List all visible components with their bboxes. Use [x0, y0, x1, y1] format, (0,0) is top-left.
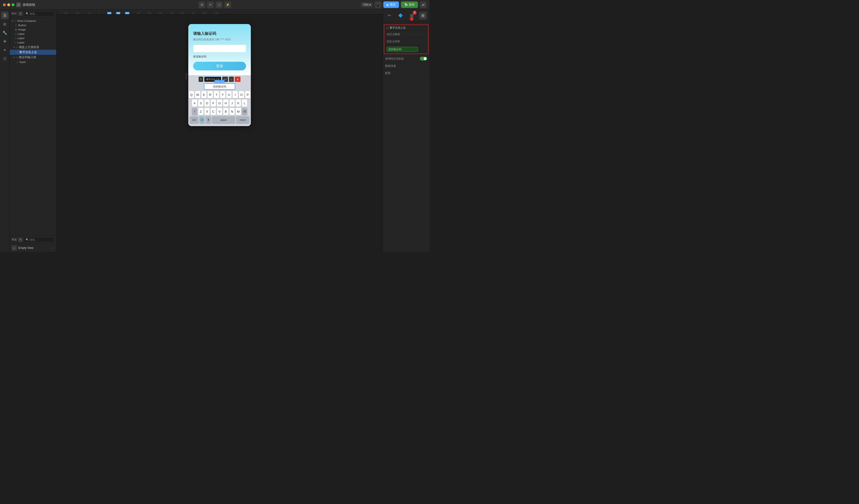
key-space[interactable]: space	[212, 116, 235, 124]
key-u[interactable]: U	[226, 91, 231, 98]
custom-data-row: 自定义数据	[384, 31, 428, 38]
preview-button[interactable]: ▶ 预览	[383, 1, 399, 8]
label3-text: Label	[18, 41, 24, 44]
key-delete[interactable]: ⌫	[242, 108, 247, 115]
shape-icon[interactable]: ⬡	[216, 1, 223, 8]
component-search-input[interactable]	[30, 12, 53, 15]
key-v[interactable]: V	[217, 108, 222, 115]
tree-item-label1[interactable]: □ Label	[10, 32, 56, 36]
component-icon[interactable]: ⊟	[198, 1, 205, 8]
phone-login-button[interactable]: 登录	[193, 62, 246, 70]
ruler-mark: 0	[99, 12, 99, 14]
edit-icon[interactable]: ✏	[207, 1, 214, 8]
label1-text: Label	[18, 32, 24, 35]
key-s[interactable]: S	[198, 99, 204, 107]
use-related-value-toggle[interactable]	[420, 57, 427, 61]
tree-item-keyboard-receiver[interactable]: ▼ □ 键盘上方接收器	[10, 45, 56, 50]
tree-item-root-container[interactable]: ▼ □ Root Container	[10, 19, 56, 23]
key-x[interactable]: X	[205, 108, 210, 115]
tree-item-code-input[interactable]: ▼ □ 验证码输入框	[10, 55, 56, 60]
publish-button[interactable]: 📡 发布	[401, 1, 418, 8]
digit-click-icon: □	[17, 51, 18, 53]
label2-icon: □	[15, 37, 16, 40]
rp-badge-button[interactable]: ⊞ 7 ↓	[408, 12, 416, 19]
tree-item-label2[interactable]: □ Label	[10, 36, 56, 41]
key-d[interactable]: D	[205, 99, 210, 107]
key-e[interactable]: E	[201, 91, 207, 98]
iconbar-components[interactable]: ⊞	[1, 20, 9, 28]
key-n[interactable]: N	[229, 108, 235, 115]
key-o[interactable]: O	[239, 91, 244, 98]
share-button[interactable]: ⇄	[420, 1, 427, 8]
iconbar-assets[interactable]: ❖	[1, 37, 9, 45]
keyboard-row-4: 123 🌐 🎙 space return	[190, 116, 250, 124]
ruler-mark: -300	[64, 12, 67, 14]
tree-item-button[interactable]: ⬡ Button	[10, 23, 56, 27]
key-c[interactable]: C	[211, 108, 216, 115]
key-mic[interactable]: 🎙	[206, 116, 211, 124]
device-toggle[interactable]: 📱	[375, 1, 381, 8]
ruler-mark-100: 100	[107, 12, 111, 14]
key-t[interactable]: T	[214, 91, 219, 98]
home-icon: ⌂	[14, 247, 15, 249]
add-scene-button[interactable]: +	[18, 238, 22, 242]
tree-item-image[interactable]: ⊞ Image	[10, 27, 56, 32]
phone-login-label: 登录	[216, 64, 223, 68]
close-button[interactable]	[3, 3, 6, 6]
custom-value-input[interactable]	[387, 47, 418, 52]
keyboard-input-field[interactable]: 216 × 21 您的验证码	[204, 83, 235, 90]
rp-pen-icon[interactable]: ✏	[386, 12, 393, 19]
phone-code-input[interactable]	[193, 45, 246, 52]
key-g[interactable]: G	[217, 99, 222, 107]
add-component-button[interactable]: +	[18, 12, 22, 16]
tree-item-input[interactable]: □ Input	[10, 60, 56, 64]
data-transmit-label: 数据传递	[385, 64, 427, 68]
rp-diamond-icon[interactable]: 🔷	[397, 12, 405, 19]
zoom-arrow-icon: ▾	[370, 3, 371, 6]
key-l[interactable]: L	[242, 99, 247, 107]
key-w[interactable]: W	[195, 91, 200, 98]
phone-send-link[interactable]: 发送验证码	[193, 55, 246, 58]
preview-play-icon: ▶	[387, 3, 389, 6]
tree-item-label3[interactable]: □ Label	[10, 41, 56, 45]
key-shift[interactable]: ⇧	[192, 108, 197, 115]
empty-view-item[interactable]: ⌂ Empty View ···	[10, 244, 56, 252]
key-z[interactable]: Z	[198, 108, 204, 115]
key-y[interactable]: Y	[220, 91, 225, 98]
iconbar-more[interactable]: ☷	[1, 55, 9, 62]
kb-tool-grid[interactable]: ⠿	[199, 77, 203, 82]
lightning-icon[interactable]: ⚡	[224, 1, 231, 8]
key-i[interactable]: I	[232, 91, 238, 98]
key-p[interactable]: P	[245, 91, 250, 98]
rp-box-icon[interactable]: ⊞	[419, 12, 427, 19]
key-123[interactable]: 123	[190, 116, 198, 124]
component-search-box[interactable]: 🔍	[24, 11, 54, 16]
ruler-mark: 400	[137, 12, 140, 14]
kb-tool-diamond[interactable]: ◇	[229, 77, 234, 82]
code-input-group-icon: □	[16, 56, 18, 59]
key-return[interactable]: return	[236, 116, 250, 124]
kb-tool-lightning[interactable]: ⚡	[235, 77, 240, 82]
minimize-button[interactable]	[7, 3, 10, 6]
key-h[interactable]: H	[223, 99, 228, 107]
scene-search-box[interactable]: 🔍	[24, 237, 54, 242]
scene-search-input[interactable]	[30, 238, 53, 241]
key-r[interactable]: R	[208, 91, 213, 98]
key-q[interactable]: Q	[189, 91, 194, 98]
iconbar-tools[interactable]: 🔧	[1, 29, 9, 36]
more-options-icon[interactable]: ···	[51, 246, 54, 250]
zoom-control[interactable]: 76% ▾	[361, 2, 373, 7]
iconbar-layers[interactable]: ☰	[1, 12, 9, 19]
maximize-button[interactable]	[12, 3, 14, 6]
key-j[interactable]: J	[229, 99, 235, 107]
phone-container: iPhone 12 Pro Max (428*926) IPHONE 请输入验证…	[188, 24, 251, 126]
key-k[interactable]: K	[236, 99, 241, 107]
key-f[interactable]: F	[211, 99, 216, 107]
container-icon: □	[15, 20, 16, 22]
tree-item-digit-click[interactable]: □ 数字点击上去	[10, 50, 56, 55]
key-globe[interactable]: 🌐	[199, 116, 205, 124]
key-b[interactable]: B	[223, 108, 228, 115]
key-a[interactable]: A	[192, 99, 197, 107]
iconbar-star[interactable]: ✦	[1, 46, 9, 54]
key-m[interactable]: M	[236, 108, 241, 115]
